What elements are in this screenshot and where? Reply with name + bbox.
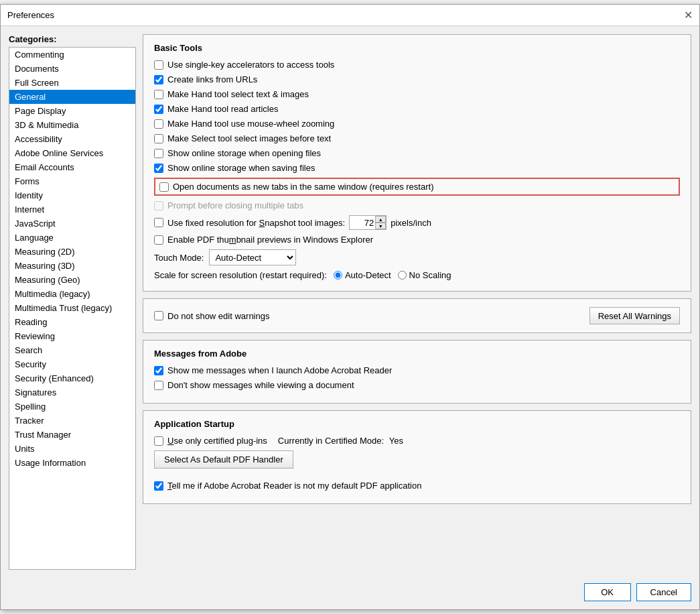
tell-me-default-checkbox[interactable] bbox=[154, 481, 163, 491]
category-item-measuring-2d[interactable]: Measuring (2D) bbox=[9, 245, 135, 259]
use-fixed-resolution-label[interactable]: Use fixed resolution for Snapshot tool i… bbox=[167, 218, 345, 228]
category-item-documents[interactable]: Documents bbox=[9, 62, 135, 76]
no-edit-warnings-label[interactable]: Do not show edit warnings bbox=[167, 311, 269, 321]
spinner-down-button[interactable]: ▼ bbox=[375, 223, 386, 229]
category-item-multimedia-legacy[interactable]: Multimedia (legacy) bbox=[9, 287, 135, 301]
cancel-button[interactable]: Cancel bbox=[636, 583, 691, 601]
option-row-select-tool-images: Make Select tool select images before te… bbox=[154, 133, 680, 143]
hand-tool-text-checkbox[interactable] bbox=[154, 90, 163, 99]
certified-plugins-checkbox[interactable] bbox=[154, 436, 163, 446]
category-item-trust-manager[interactable]: Trust Manager bbox=[9, 428, 135, 442]
scale-no-scaling-radio[interactable] bbox=[398, 271, 407, 280]
close-button[interactable]: ✕ bbox=[684, 10, 693, 21]
disabled-option-row: Prompt before closing multiple tabs bbox=[154, 200, 680, 210]
spinner-up-button[interactable]: ▲ bbox=[375, 216, 386, 223]
single-key-label[interactable]: Use single-key accelerators to access to… bbox=[167, 60, 334, 70]
category-item-signatures[interactable]: Signatures bbox=[9, 385, 135, 400]
enable-thumbnail-label[interactable]: Enable PDF thumbnail previews in Windows… bbox=[167, 235, 373, 245]
category-item-reviewing[interactable]: Reviewing bbox=[9, 329, 135, 343]
right-panel: Basic Tools Use single-key accelerators … bbox=[143, 34, 691, 570]
category-item-forms[interactable]: Forms bbox=[9, 174, 135, 188]
category-item-3d-multimedia[interactable]: 3D & Multimedia bbox=[9, 118, 135, 132]
hand-tool-text-label[interactable]: Make Hand tool select text & images bbox=[167, 89, 309, 99]
category-list: CommentingDocumentsFull ScreenGeneralPag… bbox=[9, 47, 136, 570]
category-item-security-enhanced[interactable]: Security (Enhanced) bbox=[9, 371, 135, 385]
touch-mode-select[interactable]: Auto-Detect Off On bbox=[209, 249, 296, 265]
default-pdf-button[interactable]: Select As Default PDF Handler bbox=[154, 450, 293, 469]
scale-auto-detect-radio[interactable] bbox=[334, 271, 342, 280]
hand-tool-articles-label[interactable]: Make Hand tool read articles bbox=[167, 104, 278, 114]
show-online-saving-checkbox[interactable] bbox=[154, 164, 163, 173]
dont-show-messages-label[interactable]: Don't show messages while viewing a docu… bbox=[167, 380, 354, 390]
warnings-row: Do not show edit warnings Reset All Warn… bbox=[154, 307, 680, 324]
category-item-tracker[interactable]: Tracker bbox=[9, 414, 135, 428]
prompt-close-tabs-label: Prompt before closing multiple tabs bbox=[167, 200, 303, 210]
category-item-commenting[interactable]: Commenting bbox=[9, 48, 135, 62]
single-key-checkbox[interactable] bbox=[154, 60, 163, 70]
open-docs-tabs-checkbox[interactable] bbox=[159, 182, 169, 192]
category-item-general[interactable]: General bbox=[9, 90, 135, 104]
scale-auto-detect-label[interactable]: Auto-Detect bbox=[334, 270, 391, 280]
option-row-show-messages-launch: Show me messages when I launch Adobe Acr… bbox=[154, 365, 680, 375]
category-item-search[interactable]: Search bbox=[9, 343, 135, 357]
dialog-body: Categories: CommentingDocumentsFull Scre… bbox=[1, 26, 699, 578]
category-item-spelling[interactable]: Spelling bbox=[9, 400, 135, 414]
hand-tool-articles-checkbox[interactable] bbox=[154, 105, 163, 114]
category-item-reading[interactable]: Reading bbox=[9, 315, 135, 329]
category-item-full-screen[interactable]: Full Screen bbox=[9, 76, 135, 90]
category-item-identity[interactable]: Identity bbox=[9, 188, 135, 202]
category-item-multimedia-trust-legacy[interactable]: Multimedia Trust (legacy) bbox=[9, 301, 135, 315]
app-startup-title: Application Startup bbox=[154, 419, 680, 429]
category-item-javascript[interactable]: JavaScript bbox=[9, 217, 135, 231]
resolution-input[interactable] bbox=[350, 217, 375, 229]
pixels-label: pixels/inch bbox=[391, 218, 431, 228]
messages-options: Show me messages when I launch Adobe Acr… bbox=[154, 365, 680, 390]
select-tool-images-label[interactable]: Make Select tool select images before te… bbox=[167, 133, 331, 143]
show-online-opening-checkbox[interactable] bbox=[154, 149, 163, 158]
create-links-checkbox[interactable] bbox=[154, 75, 163, 84]
select-tool-images-checkbox[interactable] bbox=[154, 134, 163, 143]
category-item-adobe-online-services[interactable]: Adobe Online Services bbox=[9, 146, 135, 160]
category-item-usage-information[interactable]: Usage Information bbox=[9, 456, 135, 470]
reset-warnings-button[interactable]: Reset All Warnings bbox=[589, 307, 680, 324]
option-row-hand-tool-zoom: Make Hand tool use mouse-wheel zooming bbox=[154, 119, 680, 129]
category-item-page-display[interactable]: Page Display bbox=[9, 104, 135, 118]
show-online-opening-label[interactable]: Show online storage when opening files bbox=[167, 148, 321, 158]
show-online-saving-label[interactable]: Show online storage when saving files bbox=[167, 163, 315, 173]
create-links-label[interactable]: Create links from URLs bbox=[167, 74, 257, 84]
highlighted-option-row: Open documents as new tabs in the same w… bbox=[154, 178, 680, 196]
basic-tools-section: Basic Tools Use single-key accelerators … bbox=[143, 34, 691, 292]
scale-no-scaling-text: No Scaling bbox=[409, 270, 451, 280]
tell-me-row: Tell me if Adobe Acrobat Reader is not m… bbox=[154, 481, 680, 491]
enable-thumbnail-checkbox[interactable] bbox=[154, 235, 163, 245]
option-row-single-key: Use single-key accelerators to access to… bbox=[154, 60, 680, 70]
category-item-accessibility[interactable]: Accessibility bbox=[9, 132, 135, 146]
category-item-measuring-3d[interactable]: Measuring (3D) bbox=[9, 259, 135, 273]
certified-mode-value: Yes bbox=[389, 436, 403, 446]
dont-show-messages-checkbox[interactable] bbox=[154, 381, 163, 390]
tell-me-default-label[interactable]: Tell me if Adobe Acrobat Reader is not m… bbox=[167, 481, 421, 491]
hand-tool-zoom-checkbox[interactable] bbox=[154, 119, 163, 129]
show-messages-launch-checkbox[interactable] bbox=[154, 366, 163, 375]
category-item-measuring-geo[interactable]: Measuring (Geo) bbox=[9, 273, 135, 287]
category-item-internet[interactable]: Internet bbox=[9, 202, 135, 217]
category-item-units[interactable]: Units bbox=[9, 442, 135, 456]
left-panel: Categories: CommentingDocumentsFull Scre… bbox=[9, 34, 136, 570]
messages-section: Messages from Adobe Show me messages whe… bbox=[143, 340, 691, 404]
hand-tool-zoom-label[interactable]: Make Hand tool use mouse-wheel zooming bbox=[167, 119, 334, 129]
show-messages-launch-label[interactable]: Show me messages when I launch Adobe Acr… bbox=[167, 365, 392, 375]
category-item-language[interactable]: Language bbox=[9, 231, 135, 245]
use-fixed-resolution-checkbox[interactable] bbox=[154, 218, 163, 227]
window-title: Preferences bbox=[7, 10, 54, 20]
scale-label: Scale for screen resolution (restart req… bbox=[154, 270, 327, 280]
category-item-security[interactable]: Security bbox=[9, 357, 135, 371]
open-docs-tabs-label[interactable]: Open documents as new tabs in the same w… bbox=[173, 182, 433, 192]
certified-plugins-label[interactable]: Use only certified plug-ins bbox=[167, 436, 267, 446]
option-row-show-online-opening: Show online storage when opening files bbox=[154, 148, 680, 158]
scale-no-scaling-label[interactable]: No Scaling bbox=[398, 270, 451, 280]
default-pdf-btn-container: Select As Default PDF Handler bbox=[154, 450, 680, 475]
ok-button[interactable]: OK bbox=[584, 583, 631, 601]
option-row-create-links: Create links from URLs bbox=[154, 74, 680, 84]
category-item-email-accounts[interactable]: Email Accounts bbox=[9, 160, 135, 174]
no-edit-warnings-checkbox[interactable] bbox=[154, 311, 163, 320]
